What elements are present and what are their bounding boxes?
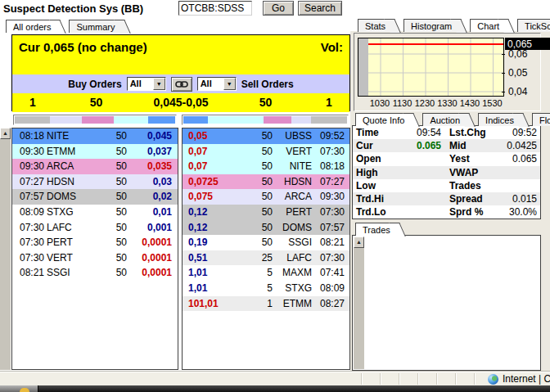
sell-order-row[interactable]: 1,015MAXM07:41 xyxy=(183,265,349,281)
status-cell-divider xyxy=(455,373,456,385)
market-maker: VERT xyxy=(273,144,312,160)
y-axis-tick xyxy=(502,92,505,92)
order-size: 25 xyxy=(238,250,273,266)
depth-segment xyxy=(264,116,291,124)
quote-label: Open xyxy=(353,152,400,165)
bid-price: 0,037 xyxy=(127,144,178,160)
sell-order-row[interactable]: 0,0750NITE08:18 xyxy=(183,159,349,174)
quote-label: Trades xyxy=(441,179,492,192)
order-filter-bar: Buy Orders All ▼ All ▼ Sell Orders xyxy=(12,74,349,93)
quote-info-row: Cur0.065Mid0.0425 xyxy=(353,139,540,152)
ask-price: 0,05 xyxy=(183,128,238,144)
sell-order-row[interactable]: 0,1250DOMS07:57 xyxy=(183,220,349,236)
y-axis-label: 0,06 xyxy=(508,48,527,60)
depth-segment xyxy=(114,116,147,124)
depth-segment xyxy=(148,116,175,124)
tab-analysis-histogram[interactable]: Histogram xyxy=(403,19,458,32)
inside-market-row: 1 50 0,045-0,05 50 1 xyxy=(12,93,349,112)
order-time: 08:18 xyxy=(312,159,349,174)
quote-label: Low xyxy=(353,179,400,192)
depth-segment xyxy=(82,116,114,124)
order-time: 08:09 xyxy=(12,205,47,220)
ask-price: 1,01 xyxy=(183,265,238,281)
ask-price: 0,12 xyxy=(183,205,238,220)
chevron-down-icon[interactable]: ▼ xyxy=(153,78,165,90)
sell-order-row[interactable]: 0,07550ARCA09:30 xyxy=(183,189,349,205)
quote-info-row: LowTrades xyxy=(353,179,540,192)
scroll-up-icon[interactable]: ▲ xyxy=(0,128,11,139)
quote-label: Sprd % xyxy=(441,205,492,219)
chevron-down-icon[interactable]: ▼ xyxy=(223,78,236,90)
sell-order-row[interactable]: 0,5125LAFC07:30 xyxy=(183,250,349,266)
sell-order-row[interactable]: 0,1250PERT07:30 xyxy=(183,205,349,220)
tab-quote-auction[interactable]: Auction xyxy=(422,113,467,126)
trades-scrollbar[interactable]: ▲ xyxy=(354,237,364,369)
buy-mm-count: 1 xyxy=(12,93,53,112)
sell-depth-strip xyxy=(182,115,349,125)
buy-order-row[interactable]: 07:27HDSN500,03 xyxy=(12,174,178,190)
status-cell-divider xyxy=(436,373,437,385)
taskbar-button[interactable] xyxy=(0,385,38,392)
tab-orders-summary[interactable]: Summary xyxy=(69,20,121,33)
buy-order-row[interactable]: 07:30VERT500,0001 xyxy=(12,250,178,266)
link-books-button[interactable] xyxy=(171,77,192,92)
order-time: 07:57 xyxy=(12,189,47,205)
order-size: 50 xyxy=(238,174,273,190)
depth-segment xyxy=(50,116,82,124)
book-scrollbar[interactable]: ▲ xyxy=(0,128,11,370)
market-maker: MAXM xyxy=(273,265,312,281)
quote-label: Time xyxy=(353,126,400,139)
bid-price: 0,0001 xyxy=(127,265,178,281)
buy-order-row[interactable]: 09:30ETMM500,037 xyxy=(12,144,178,160)
search-button[interactable]: Search xyxy=(298,1,342,16)
market-maker: STXG xyxy=(273,281,312,296)
buy-size-total: 50 xyxy=(53,93,139,112)
tab-quote-flow[interactable]: Flow xyxy=(532,113,550,126)
buy-order-row[interactable]: 07:57DOMS500,02 xyxy=(12,189,178,205)
tab-analysis-tickscope[interactable]: TickScope xyxy=(517,19,550,32)
buy-order-row[interactable]: 08:21SSGI500,0001 xyxy=(12,265,178,281)
status-cell-divider xyxy=(399,373,399,385)
ask-price: 0,12 xyxy=(183,220,238,236)
quote-info-row: HighVWAP xyxy=(353,166,540,179)
sell-order-row[interactable]: 0,1950SSGI08:21 xyxy=(183,235,349,250)
buy-order-row[interactable]: 07:30LAFC500,001 xyxy=(12,220,178,236)
tab-analysis-stats[interactable]: Stats xyxy=(358,19,392,32)
symbol-input[interactable] xyxy=(178,1,252,16)
buy-order-row[interactable]: 09:30ARCA500,035 xyxy=(12,159,178,174)
sell-order-row[interactable]: 0,0550UBSS09:52 xyxy=(183,128,349,144)
market-maker: DOMS xyxy=(47,189,92,205)
scroll-up-icon[interactable]: ▲ xyxy=(354,237,364,248)
tab-quote-quote-info[interactable]: Quote Info xyxy=(355,113,411,126)
sell-order-row[interactable]: 1,015STXG08:09 xyxy=(183,281,349,296)
bid-price: 0,0001 xyxy=(127,250,178,266)
order-size: 50 xyxy=(238,235,273,250)
quote-value xyxy=(492,166,540,179)
order-size: 50 xyxy=(92,220,127,236)
order-time: 08:09 xyxy=(312,281,349,296)
order-time: 08:27 xyxy=(312,296,349,312)
security-zone-text: Internet | C xyxy=(503,373,550,385)
sell-filter-select[interactable]: All ▼ xyxy=(197,77,237,91)
buy-order-row[interactable]: 08:18NITE500,045 xyxy=(12,128,178,144)
ask-price: 0,07 xyxy=(183,159,238,174)
tab-orders-all-orders[interactable]: All orders xyxy=(6,20,57,33)
sell-order-row[interactable]: 0,072550HDSN07:27 xyxy=(183,174,349,190)
buy-order-row[interactable]: 07:30PERT500,0001 xyxy=(12,235,178,250)
bid-price: 0,035 xyxy=(127,159,178,174)
tab-analysis-chart[interactable]: Chart xyxy=(470,19,506,32)
sell-order-row[interactable]: 101,011ETMM08:27 xyxy=(183,296,349,312)
go-button[interactable]: Go xyxy=(263,1,294,16)
quote-banner: Cur 0,065 (no change) Vol: xyxy=(12,35,349,74)
market-maker: HDSN xyxy=(47,174,92,190)
tab-quote-indices[interactable]: Indices xyxy=(478,113,521,126)
tab-trades-trades[interactable]: Trades xyxy=(355,223,397,236)
sell-order-row[interactable]: 0,0750VERT07:30 xyxy=(183,144,349,160)
quote-info-row: Trd.LoSprd %30.0% xyxy=(353,205,540,219)
buy-filter-select[interactable]: All ▼ xyxy=(127,77,166,91)
buy-order-row[interactable]: 08:09STXG500,01 xyxy=(12,205,178,220)
order-time: 08:21 xyxy=(312,235,349,250)
x-axis-label: 1530 xyxy=(481,98,504,108)
ask-price: 0,07 xyxy=(183,144,238,160)
quote-info-row: Time09:54Lst.Chg09:52 xyxy=(353,126,540,139)
